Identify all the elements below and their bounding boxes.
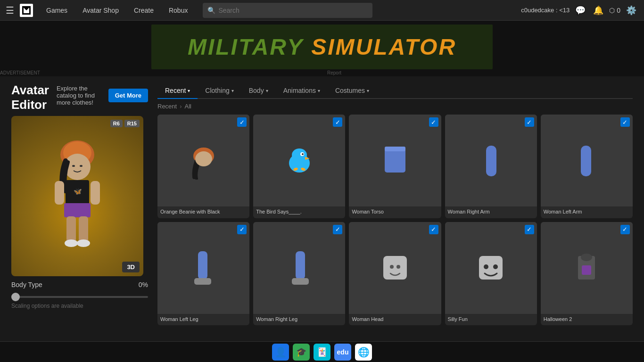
- nav-games[interactable]: Games: [41, 0, 73, 21]
- avatar-figure: 🦋: [11, 116, 143, 276]
- svg-rect-27: [385, 147, 405, 151]
- svg-rect-10: [55, 181, 64, 205]
- item-image-1: ✓: [253, 115, 345, 206]
- body-type-label: Body Type: [11, 281, 42, 288]
- search-icon: 🔍: [207, 7, 215, 14]
- item-card-0[interactable]: ✓ Orange Beanie with Black: [157, 115, 249, 218]
- item-label-9: Halloween 2: [541, 314, 633, 325]
- btn-3d[interactable]: 3D: [122, 262, 140, 272]
- ad-military-text: MILITARY: [188, 36, 304, 58]
- body-type-header: Body Type 0%: [11, 281, 148, 288]
- svg-rect-9: [64, 203, 91, 217]
- explore-text: Explore the catalog to find more clothes…: [57, 85, 103, 106]
- taskbar-edu[interactable]: edu: [334, 344, 351, 361]
- body-chevron-icon: ▾: [266, 88, 268, 93]
- item-check-2: ✓: [429, 117, 438, 127]
- item-card-7[interactable]: ✓ Woman Head: [349, 222, 441, 326]
- svg-point-38: [484, 264, 488, 269]
- item-card-2[interactable]: ✓ Woman Torso: [349, 115, 441, 218]
- navbar: ☰ Games Avatar Shop Create Robux 🔍 c0ude…: [0, 0, 644, 21]
- username-display: c0udedcake : <13: [521, 7, 570, 14]
- taskbar-green[interactable]: 🎓: [293, 344, 310, 361]
- svg-rect-31: [194, 278, 211, 285]
- body-type-percent: 0%: [139, 281, 148, 288]
- nav-robux[interactable]: Robux: [163, 0, 193, 21]
- search-bar: 🔍: [203, 3, 372, 18]
- item-image-2: ✓: [349, 115, 441, 206]
- search-input[interactable]: [218, 7, 368, 14]
- svg-point-14: [65, 239, 78, 247]
- svg-point-39: [493, 264, 498, 269]
- item-image-8: ✓: [445, 222, 537, 314]
- item-label-7: Woman Head: [349, 314, 441, 325]
- tab-clothing[interactable]: Clothing ▾: [198, 83, 241, 99]
- item-check-3: ✓: [525, 117, 534, 127]
- nav-avatar-shop[interactable]: Avatar Shop: [77, 0, 124, 21]
- svg-point-20: [292, 148, 307, 162]
- item-check-8: ✓: [525, 225, 534, 234]
- svg-point-18: [195, 151, 212, 166]
- svg-rect-33: [292, 278, 309, 285]
- item-card-6[interactable]: ✓ Woman Right Leg: [253, 222, 345, 326]
- item-image-4: ✓: [541, 115, 633, 206]
- item-image-9: ✓: [541, 222, 633, 314]
- item-card-5[interactable]: ✓ Woman Left Leg: [157, 222, 249, 326]
- svg-point-7: [80, 165, 83, 167]
- ad-label: ADVERTISEMENT: [0, 70, 40, 75]
- item-check-6: ✓: [333, 225, 342, 234]
- svg-rect-29: [581, 146, 591, 176]
- body-type-section: Body Type 0% Scaling options are availab…: [11, 281, 148, 309]
- item-label-8: Silly Fun: [445, 314, 537, 325]
- item-card-1[interactable]: ✓ The Bird Says____.: [253, 115, 345, 218]
- taskbar-chrome[interactable]: 🌐: [355, 344, 372, 361]
- notifications-icon[interactable]: 🔔: [591, 3, 605, 17]
- roblox-logo[interactable]: [20, 4, 33, 17]
- item-card-3[interactable]: ✓ Woman Right Arm: [445, 115, 537, 218]
- robux-display: ⬡ 0: [609, 7, 620, 14]
- animations-chevron-icon: ▾: [318, 88, 320, 93]
- get-more-button[interactable]: Get More: [108, 89, 148, 102]
- badge-r6[interactable]: R6: [110, 120, 123, 127]
- ad-banner: MILITARY SIMULATOR: [151, 25, 493, 69]
- taskbar-roblox[interactable]: 👤: [272, 344, 289, 361]
- ad-report-link[interactable]: Report: [327, 70, 341, 75]
- item-image-5: ✓: [157, 222, 249, 314]
- tab-body[interactable]: Body ▾: [241, 83, 276, 99]
- recent-chevron-icon: ▾: [188, 88, 190, 93]
- breadcrumb-all: All: [185, 103, 191, 110]
- tab-costumes[interactable]: Costumes ▾: [328, 83, 377, 99]
- item-label-1: The Bird Says____.: [253, 206, 345, 218]
- hamburger-icon[interactable]: ☰: [6, 5, 14, 16]
- taskbar: 👤 🎓 🃏 edu 🌐: [0, 341, 644, 362]
- taskbar-teal[interactable]: 🃏: [314, 344, 330, 361]
- tab-recent[interactable]: Recent ▾: [157, 83, 198, 99]
- page-title: Avatar Editor: [11, 83, 57, 112]
- ad-simulator-text: SIMULATOR: [311, 36, 456, 58]
- svg-rect-30: [198, 251, 207, 280]
- chat-icon[interactable]: 💬: [573, 3, 587, 17]
- costumes-chevron-icon: ▾: [367, 88, 369, 93]
- ad-footer: ADVERTISEMENT Report: [0, 69, 341, 76]
- svg-rect-34: [383, 256, 407, 280]
- item-card-4[interactable]: ✓ Woman Left Arm: [541, 115, 633, 218]
- item-card-9[interactable]: ✓ Halloween 2: [541, 222, 633, 326]
- breadcrumb-separator: ›: [180, 103, 182, 110]
- item-card-8[interactable]: ✓ Silly Fun: [445, 222, 537, 326]
- svg-rect-13: [79, 216, 88, 242]
- item-check-1: ✓: [333, 117, 342, 127]
- tab-animations[interactable]: Animations ▾: [276, 83, 328, 99]
- svg-point-36: [396, 265, 400, 269]
- ad-container: MILITARY SIMULATOR ADVERTISEMENT Report: [0, 21, 644, 76]
- body-type-slider[interactable]: [11, 296, 148, 298]
- breadcrumb: Recent › All: [157, 103, 633, 110]
- avatar-preview: R6 R15: [11, 116, 143, 276]
- robux-icon: ⬡: [609, 7, 615, 14]
- svg-rect-12: [66, 216, 76, 242]
- item-label-3: Woman Right Arm: [445, 206, 537, 218]
- badge-r15[interactable]: R15: [124, 120, 140, 127]
- settings-icon[interactable]: ⚙️: [624, 3, 638, 17]
- breadcrumb-recent[interactable]: Recent: [157, 103, 177, 110]
- nav-create[interactable]: Create: [128, 0, 159, 21]
- scaling-note: Scaling options are available: [11, 303, 148, 309]
- item-label-6: Woman Right Leg: [253, 314, 345, 325]
